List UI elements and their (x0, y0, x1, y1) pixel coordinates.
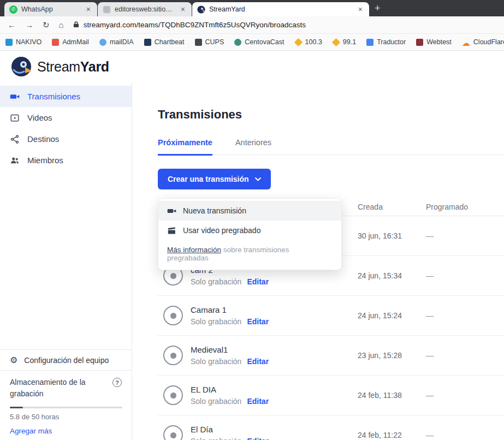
bookmark-cups[interactable]: CUPS (195, 38, 224, 46)
tab-title: WhatsApp (21, 5, 81, 13)
maildia-icon (99, 39, 106, 46)
edit-link[interactable]: Editar (247, 397, 269, 406)
main-content: Transmisiones Próximamente Anteriores Cr… (132, 82, 504, 440)
bookmark-radio-1003[interactable]: 100.3 (295, 38, 322, 46)
bookmark-centovacast[interactable]: CentovaCast (234, 38, 284, 46)
row-created: 24 jun, 15:24 (358, 311, 426, 320)
forward-icon[interactable]: → (25, 21, 33, 29)
edit-link[interactable]: Editar (247, 277, 269, 286)
broadcast-type: Solo grabación (191, 397, 241, 406)
tab-anteriores[interactable]: Anteriores (235, 138, 271, 154)
sidebar: Transmisiones Videos Destinos Miembros ⚙… (0, 82, 132, 440)
video-camera-icon (10, 92, 20, 102)
cups-icon (195, 39, 202, 46)
column-scheduled: Programado (426, 203, 504, 211)
broadcast-tabs: Próximamente Anteriores (158, 138, 504, 155)
reload-icon[interactable]: ↻ (43, 21, 50, 29)
url-text[interactable]: streamyard.com/teams/TQDhBC9ZNTmft6z5UsQ… (84, 21, 306, 29)
more-info-link[interactable]: Más información (167, 246, 221, 254)
create-broadcast-dropdown: Nueva transmisión Usar video pregrabado … (158, 198, 342, 270)
bookmark-webtest[interactable]: Webtest (416, 38, 452, 46)
broadcast-type: Solo grabación (191, 317, 241, 326)
chevron-down-icon (255, 177, 261, 181)
share-icon (10, 134, 20, 144)
cloud-icon: ☁ (462, 39, 470, 46)
edit-link[interactable]: Editar (247, 437, 269, 440)
gear-icon: ⚙ (10, 356, 17, 365)
broadcast-title: El Día (191, 425, 269, 434)
create-broadcast-button[interactable]: Crear una transmisión (158, 169, 271, 189)
lock-icon[interactable] (73, 20, 79, 30)
tab-title: editoresweb:sitioweb:eldia.co (115, 5, 175, 13)
edit-link[interactable]: Editar (247, 317, 269, 326)
record-icon (163, 346, 183, 365)
sidebar-item-transmisiones[interactable]: Transmisiones (0, 86, 132, 107)
storage-usage: 5.8 de 50 horas (10, 413, 122, 421)
broadcast-type: Solo grabación (191, 277, 241, 286)
bookmark-cloudflare[interactable]: ☁CloudFlare (462, 38, 504, 46)
nakivo-icon (5, 39, 13, 46)
menu-item-nueva-transmision[interactable]: Nueva transmisión (158, 201, 341, 221)
broadcast-title: Camara 1 (191, 305, 269, 314)
tab-eldia[interactable]: editoresweb:sitioweb:eldia.co × (98, 2, 192, 16)
storage-progress (10, 407, 122, 408)
sidebar-item-miembros[interactable]: Miembros (0, 150, 132, 171)
bookmark-nakivo[interactable]: NAKIVO (5, 38, 41, 46)
chartbeat-icon (144, 39, 151, 46)
table-row[interactable]: EL DIA Solo grabaciónEditar 24 feb, 11:3… (158, 376, 504, 415)
new-tab-button[interactable]: + (375, 3, 381, 14)
sidebar-item-videos[interactable]: Videos (0, 107, 132, 128)
centovacast-icon (234, 39, 241, 46)
address-bar[interactable]: streamyard.com/teams/TQDhBC9ZNTmft6z5UsQ… (73, 20, 496, 30)
row-scheduled: — (426, 431, 504, 439)
row-created: 24 feb, 11:38 (358, 391, 426, 400)
close-icon[interactable]: × (179, 5, 187, 14)
translate-icon (366, 39, 373, 46)
close-icon[interactable]: × (85, 5, 92, 14)
row-scheduled: — (426, 391, 504, 400)
row-created: 24 feb, 11:22 (358, 431, 426, 439)
site-icon (103, 5, 111, 14)
storage-label: Almacenamiento de la grabación (10, 377, 98, 400)
tab-streamyard[interactable]: StreamYard × (192, 2, 369, 16)
close-icon[interactable]: × (357, 5, 364, 14)
app-title: StreamYard (37, 59, 109, 75)
video-camera-icon (167, 206, 176, 216)
dropdown-info: Más información sobre transmisiones preg… (158, 240, 341, 269)
bookmark-admmail[interactable]: AdmMail (52, 38, 89, 46)
tab-whatsapp[interactable]: ✆ WhatsApp × (4, 2, 97, 16)
row-created: 24 jun, 15:34 (358, 271, 426, 280)
webtest-icon (416, 39, 423, 46)
admmail-icon (52, 39, 59, 46)
table-row[interactable]: Medieval1 Solo grabaciónEditar 23 jun, 1… (158, 336, 504, 376)
bookmark-radio-991[interactable]: 99.1 (333, 38, 356, 46)
menu-item-video-pregrabado[interactable]: Usar video pregrabado (158, 221, 341, 240)
browser-tab-bar: ✆ WhatsApp × editoresweb:sitioweb:eldia.… (0, 0, 504, 16)
row-created: 30 jun, 16:31 (358, 231, 426, 240)
bookmark-maildia[interactable]: mailDIA (99, 38, 134, 46)
team-settings-button[interactable]: ⚙ Configuración del equipo (0, 349, 132, 370)
table-row[interactable]: Camara 1 Solo grabaciónEditar 24 jun, 15… (158, 296, 504, 336)
bookmarks-bar: NAKIVO AdmMail mailDIA Chartbeat CUPS Ce… (0, 34, 504, 51)
add-more-link[interactable]: Agregar más (10, 427, 52, 435)
row-scheduled: — (426, 231, 504, 240)
broadcast-title: Medieval1 (191, 345, 269, 354)
video-library-icon (10, 113, 20, 123)
edit-link[interactable]: Editar (247, 357, 269, 366)
row-created: 23 jun, 15:28 (358, 351, 426, 360)
help-icon[interactable]: ? (112, 378, 122, 387)
sidebar-item-destinos[interactable]: Destinos (0, 128, 132, 150)
tab-title: StreamYard (209, 5, 353, 13)
radio-icon (294, 38, 303, 46)
table-row[interactable]: El Día Solo grabaciónEditar 24 feb, 11:2… (158, 415, 504, 440)
bookmark-chartbeat[interactable]: Chartbeat (144, 38, 185, 46)
record-icon (163, 306, 183, 325)
home-icon[interactable]: ⌂ (59, 21, 64, 29)
tab-proximamente[interactable]: Próximamente (158, 138, 212, 156)
row-scheduled: — (426, 271, 504, 280)
streamyard-logo-icon[interactable] (11, 56, 32, 77)
whatsapp-icon: ✆ (9, 5, 17, 14)
back-icon[interactable]: ← (8, 21, 16, 29)
streamyard-favicon (197, 5, 205, 14)
bookmark-traductor[interactable]: Traductor (366, 38, 406, 46)
